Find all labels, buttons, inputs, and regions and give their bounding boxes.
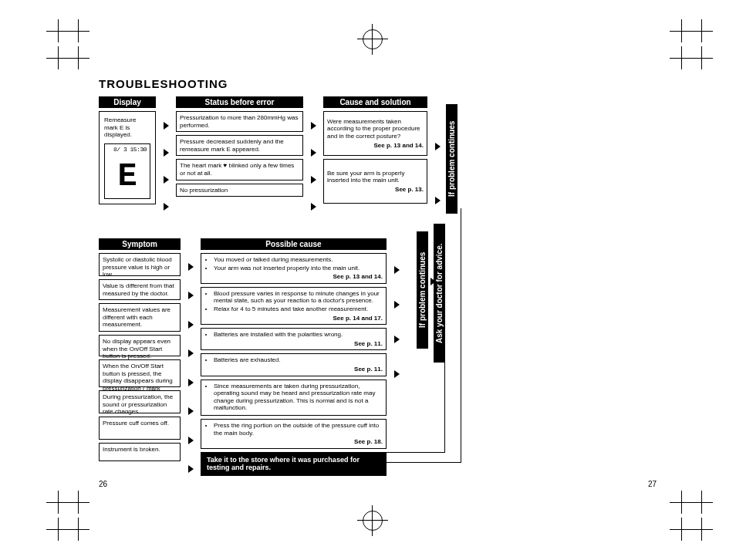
status-item: The heart mark ♥ blinked only a few time… xyxy=(176,159,303,180)
arrow-right-icon xyxy=(188,379,194,386)
arrow-right-icon xyxy=(164,203,169,211)
arrow-right-icon xyxy=(188,465,194,473)
lcd-time: 8/ 3 15:30 xyxy=(105,144,150,153)
cropmark-icon xyxy=(670,19,693,42)
possible-item: Batteries are installed with the polarit… xyxy=(201,328,387,350)
arrow-right-icon xyxy=(311,122,316,130)
header-possible: Possible cause xyxy=(201,238,387,250)
header-status: Status before error xyxy=(176,96,303,108)
page-number-left: 26 xyxy=(99,480,107,488)
symptom-item: Measurement values are different with ea… xyxy=(99,303,181,332)
arrow-right-icon xyxy=(188,321,194,329)
header-display: Display xyxy=(99,96,156,108)
arrow-right-icon xyxy=(164,122,169,130)
page-ref: See p. 11. xyxy=(204,340,383,348)
connector-line xyxy=(387,462,461,463)
page-ref: See p. 13 and 14. xyxy=(327,142,424,150)
arrow-right-icon xyxy=(435,143,441,150)
symptom-item: During pressurization, the sound or pres… xyxy=(99,390,181,413)
status-item: Pressurization to more than 280mmHg was … xyxy=(176,111,303,132)
lcd-screen: 8/ 3 15:30 E xyxy=(104,143,150,199)
arrow-right-icon xyxy=(435,197,441,204)
possible-column: Possible cause You moved or talked durin… xyxy=(201,238,387,484)
lcd-error-mark: E xyxy=(105,153,150,201)
bullet: Since measurements are taken during pres… xyxy=(214,383,383,412)
symptom-column: Symptom Systolic or diastolic blood pres… xyxy=(99,238,181,484)
content-area: TROUBLESHOOTING Display Remeasure mark E… xyxy=(99,77,469,484)
possible-item: Since measurements are taken during pres… xyxy=(201,380,387,416)
possible-item: You moved or talked during measurements.… xyxy=(201,253,387,284)
arrow-right-icon xyxy=(188,292,194,299)
arrow-right-icon xyxy=(394,336,400,343)
page-ref: See p. 13 and 14. xyxy=(204,273,383,281)
page-ref: See p. 11. xyxy=(204,366,383,373)
cropmark-icon xyxy=(690,46,713,69)
take-to-store: Take it to the store where it was purcha… xyxy=(201,452,387,477)
arrow-right-icon xyxy=(311,149,316,157)
arrow-right-icon xyxy=(164,149,169,157)
vlabel-ask-doctor: Ask your doctor for advice. xyxy=(434,224,445,363)
connector-line xyxy=(387,452,444,453)
arrow-right-icon xyxy=(394,301,400,309)
arrow-right-icon xyxy=(188,437,194,444)
symptom-item: Instrument is broken. xyxy=(99,443,181,461)
manual-page: TROUBLESHOOTING Display Remeasure mark E… xyxy=(0,0,736,560)
cropmark-icon xyxy=(66,518,89,541)
vlabel-continues: If problem continues xyxy=(446,104,457,214)
registration-icon xyxy=(363,29,383,49)
cropmark-icon xyxy=(690,19,713,42)
connector-line xyxy=(461,208,461,463)
page-number-right: 27 xyxy=(648,480,657,488)
symptom-item: Systolic or diastolic blood pressure val… xyxy=(99,253,181,276)
status-item: Pressure decreased suddenly and the reme… xyxy=(176,135,303,156)
cropmark-icon xyxy=(670,491,693,514)
lcd-caption: Remeasure mark E is displayed. xyxy=(104,116,150,139)
arrow-right-icon xyxy=(188,263,194,271)
arrow-right-icon xyxy=(394,370,400,378)
bullet: Blood pressure varies in response to min… xyxy=(214,290,383,305)
connector-line xyxy=(444,356,445,453)
display-column: Display Remeasure mark E is displayed. 8… xyxy=(99,96,156,204)
section-symptom-cause: Symptom Systolic or diastolic blood pres… xyxy=(99,238,469,484)
arrow-right-icon xyxy=(311,203,316,211)
status-column: Status before error Pressurization to mo… xyxy=(176,96,303,197)
arrow-right-icon xyxy=(164,176,169,184)
possible-item: Batteries are exhausted. See p. 11. xyxy=(201,353,387,376)
lcd-box: Remeasure mark E is displayed. 8/ 3 15:3… xyxy=(99,111,156,204)
section-display-error: Display Remeasure mark E is displayed. 8… xyxy=(99,96,469,228)
possible-item: Press the ring portion on the outside of… xyxy=(201,419,387,449)
cause-text: Were measurements taken according to the… xyxy=(327,118,424,140)
symptom-item: When the On/Off Start button is pressed,… xyxy=(99,359,181,387)
bullet: Press the ring portion on the outside of… xyxy=(214,422,383,437)
cropmark-icon xyxy=(66,19,89,42)
arrow-right-icon xyxy=(188,407,194,415)
header-symptom: Symptom xyxy=(99,238,181,250)
symptom-item: Pressure cuff comes off. xyxy=(99,417,181,440)
header-cause: Cause and solution xyxy=(323,96,427,108)
bullet: Batteries are installed with the polarit… xyxy=(214,331,383,339)
cropmark-icon xyxy=(670,46,693,69)
bullet: You moved or talked during measurements. xyxy=(214,256,383,264)
registration-icon xyxy=(363,511,383,531)
page-ref: See p. 13. xyxy=(327,186,424,194)
page-title: TROUBLESHOOTING xyxy=(99,77,469,90)
arrow-right-icon xyxy=(311,176,316,184)
status-item: No pressurization xyxy=(176,184,303,197)
bullet: Batteries are exhausted. xyxy=(214,356,383,364)
bullet: Your arm was not inserted properly into … xyxy=(214,265,383,272)
vlabel-continues: If problem continues xyxy=(417,231,428,349)
cropmark-icon xyxy=(66,46,89,69)
cause-item: Be sure your arm is properly inserted in… xyxy=(323,159,427,204)
symptom-item: Value is different from that measured by… xyxy=(99,279,181,300)
arrow-right-icon xyxy=(394,266,400,274)
arrow-right-icon xyxy=(430,278,436,285)
page-ref: See p. 14 and 17. xyxy=(204,315,383,322)
symptom-item: No display appears even when the On/Off … xyxy=(99,335,181,356)
cause-column: Cause and solution Were measurements tak… xyxy=(323,96,427,204)
page-ref: See p. 18. xyxy=(204,438,383,446)
cropmark-icon xyxy=(670,518,693,541)
cause-item: Were measurements taken according to the… xyxy=(323,111,427,156)
possible-item: Blood pressure varies in response to min… xyxy=(201,287,387,325)
cause-text: Be sure your arm is properly inserted in… xyxy=(327,170,424,184)
cropmark-icon xyxy=(690,518,713,541)
